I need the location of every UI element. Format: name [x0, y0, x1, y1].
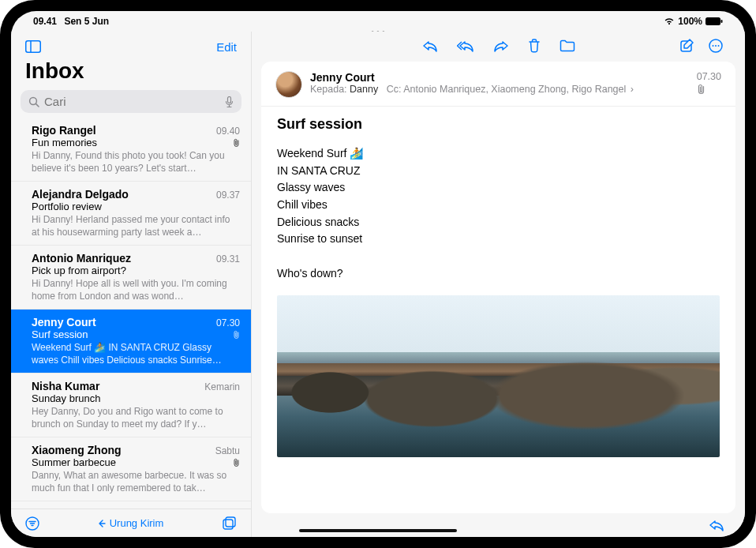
subject: Fun memories — [32, 137, 97, 148]
search-input[interactable] — [44, 95, 220, 108]
edit-button[interactable]: Edit — [216, 40, 237, 54]
detail-toolbar — [252, 32, 745, 55]
status-bar: 09.41 Sen 5 Jun 100% — [11, 11, 745, 28]
svg-rect-1 — [721, 20, 723, 23]
subject: Summer barbecue — [32, 456, 116, 468]
sender: Rigo Rangel — [32, 124, 96, 137]
svg-rect-2 — [26, 41, 41, 53]
search-field[interactable] — [21, 90, 241, 113]
svg-point-17 — [718, 45, 720, 47]
compose-button[interactable] — [680, 39, 694, 53]
attachment-icon — [233, 330, 240, 340]
cc-list: Antonio Manriquez, Xiaomeng Zhong, Rigo … — [403, 84, 626, 95]
reply-footer-button[interactable] — [709, 519, 724, 531]
attachment-icon — [233, 458, 240, 467]
forward-button[interactable] — [493, 39, 509, 53]
svg-rect-6 — [228, 96, 231, 103]
sender: Nisha Kumar — [32, 380, 99, 392]
message-attachment-image[interactable] — [277, 295, 720, 457]
svg-line-5 — [36, 103, 39, 107]
attachment-icon — [233, 138, 240, 148]
cc-label: Cc: — [387, 84, 402, 95]
mail-item[interactable]: Nisha KumarKemarinSunday brunchHey Danny… — [11, 373, 251, 437]
preview: Weekend Surf 🏄 IN SANTA CRUZ Glassy wave… — [32, 341, 240, 366]
subject: Portfolio review — [32, 201, 102, 212]
from-name: Jenny Court — [310, 71, 721, 84]
svg-point-15 — [713, 45, 714, 47]
mailbox-title: Inbox — [11, 55, 251, 90]
message-body: Weekend Surf 🏄IN SANTA CRUZGlassy wavesC… — [277, 145, 720, 283]
undo-send-button[interactable]: Urung Kirim — [99, 517, 164, 529]
dictation-icon[interactable] — [225, 96, 234, 107]
compose-overlap-button[interactable] — [223, 516, 237, 531]
sidebar: Edit Inbox Rigo Rangel09.40Fun memoriesH… — [11, 32, 252, 537]
svg-rect-12 — [223, 520, 233, 529]
svg-point-16 — [715, 45, 717, 47]
status-date: Sen 5 Jun — [64, 16, 109, 27]
time: 09.31 — [216, 253, 240, 265]
time: Sabtu — [215, 445, 240, 456]
home-indicator[interactable] — [299, 529, 457, 532]
more-button[interactable] — [709, 39, 723, 53]
message-list[interactable]: Rigo Rangel09.40Fun memoriesHi Danny, Fo… — [11, 118, 251, 509]
to-label: Kepada: — [310, 84, 347, 95]
subject: Pick up from airport? — [32, 265, 126, 276]
preview: Hey Danny, Do you and Rigo want to come … — [32, 405, 240, 430]
trash-button[interactable] — [528, 39, 541, 53]
mail-item[interactable]: Antonio Manriquez09.31Pick up from airpo… — [11, 246, 251, 310]
time: Kemarin — [204, 381, 240, 392]
undo-send-label: Urung Kirim — [110, 517, 164, 529]
to-name: Danny — [350, 84, 378, 95]
avatar — [275, 71, 302, 98]
time: 07.30 — [216, 317, 240, 328]
mail-item[interactable]: Alejandra Delgado09.37Portfolio reviewHi… — [11, 182, 251, 246]
move-folder-button[interactable] — [560, 39, 575, 53]
message-header[interactable]: Jenny Court Kepada: Danny Cc: Antonio Ma… — [261, 62, 735, 107]
svg-rect-11 — [226, 517, 235, 527]
reply-button[interactable] — [422, 39, 438, 53]
message-time: 07.30 — [697, 71, 721, 82]
svg-rect-0 — [705, 17, 720, 25]
screen: 09.41 Sen 5 Jun 100% • • • — [11, 11, 745, 537]
mail-item[interactable]: Xiaomeng ZhongSabtuSummer barbecueDanny,… — [11, 437, 251, 501]
message-card: Jenny Court Kepada: Danny Cc: Antonio Ma… — [261, 62, 735, 513]
status-time: 09.41 — [33, 16, 57, 27]
chevron-right-icon[interactable]: › — [631, 84, 634, 95]
attachment-icon — [697, 84, 721, 95]
ipad-frame: 09.41 Sen 5 Jun 100% • • • — [0, 0, 756, 548]
filter-button[interactable] — [25, 516, 39, 531]
sender: Antonio Manriquez — [32, 252, 131, 265]
time: 09.40 — [216, 126, 240, 137]
subject: Surf session — [32, 328, 88, 340]
search-icon — [28, 96, 39, 107]
sender: Xiaomeng Zhong — [32, 444, 122, 456]
sender: Alejandra Delgado — [32, 188, 129, 201]
mail-item[interactable]: Jenny Court07.30Surf sessionWeekend Surf… — [11, 310, 251, 373]
battery-percent: 100% — [678, 16, 702, 27]
sidebar-toggle-button[interactable] — [25, 40, 41, 53]
reply-all-button[interactable] — [457, 39, 474, 53]
preview: Hi Danny, Found this photo you took! Can… — [32, 149, 240, 175]
wifi-icon — [664, 17, 675, 25]
message-subject: Surf session — [277, 110, 720, 145]
preview: Danny, What an awesome barbecue. It was … — [32, 469, 240, 494]
subject: Sunday brunch — [32, 392, 100, 404]
time: 09.37 — [216, 190, 240, 201]
message-detail: Jenny Court Kepada: Danny Cc: Antonio Ma… — [252, 32, 745, 537]
preview: Hi Danny! Hope all is well with you. I'm… — [32, 277, 240, 302]
preview: Hi Danny! Herland passed me your contact… — [32, 213, 240, 238]
mail-item[interactable]: Rigo Rangel09.40Fun memoriesHi Danny, Fo… — [11, 118, 251, 182]
battery-icon — [705, 17, 723, 25]
sender: Jenny Court — [32, 316, 96, 328]
